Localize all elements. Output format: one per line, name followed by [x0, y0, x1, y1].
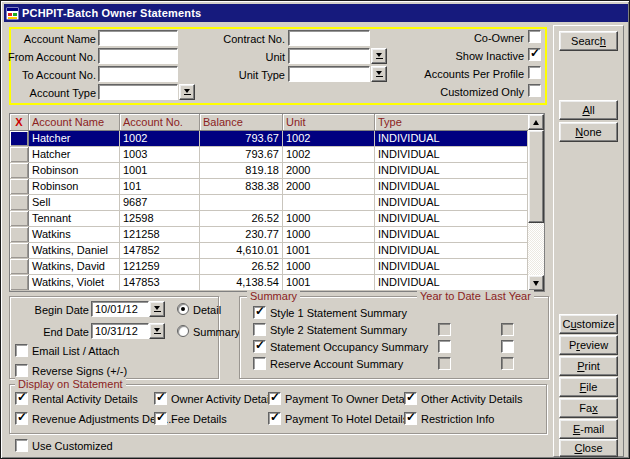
- file-button[interactable]: File: [559, 377, 618, 397]
- row-selector[interactable]: [10, 131, 29, 146]
- column-header-account-no[interactable]: Account No.: [120, 114, 200, 130]
- display-option-checkbox[interactable]: [154, 412, 167, 425]
- row-selector[interactable]: [10, 147, 29, 162]
- use-customized-label: Use Customized: [32, 440, 113, 452]
- search-button[interactable]: Search: [559, 31, 618, 51]
- unit-dropdown-button[interactable]: [371, 48, 387, 64]
- row-selector[interactable]: [10, 275, 29, 290]
- end-date-input[interactable]: 10/31/12: [91, 323, 149, 339]
- column-header-balance[interactable]: Balance: [200, 114, 283, 130]
- table-row[interactable]: Hatcher1002793.671002INDIVIDUAL: [10, 131, 544, 147]
- summary-item-checkbox[interactable]: [253, 357, 266, 370]
- grid-vertical-scrollbar[interactable]: [528, 114, 544, 291]
- display-option-checkbox[interactable]: [15, 392, 28, 405]
- table-row[interactable]: Watkins, Violet1478534,138.541001INDIVID…: [10, 275, 544, 291]
- table-row[interactable]: Watkins, David12125926.521000INDIVIDUAL: [10, 259, 544, 275]
- unit-type-dropdown-button[interactable]: [371, 66, 387, 82]
- display-option-checkbox[interactable]: [268, 392, 281, 405]
- column-header-unit[interactable]: Unit: [283, 114, 375, 130]
- co-owner-checkbox[interactable]: [528, 30, 541, 43]
- table-row[interactable]: Robinson1001819.182000INDIVIDUAL: [10, 163, 544, 179]
- display-option-checkbox[interactable]: [404, 412, 417, 425]
- row-selector[interactable]: [10, 179, 29, 194]
- cell-unit: 1002: [283, 147, 375, 162]
- column-header-x[interactable]: X: [10, 114, 29, 130]
- use-customized-checkbox[interactable]: [15, 439, 28, 452]
- row-selector[interactable]: [10, 259, 29, 274]
- scroll-down-button[interactable]: [528, 275, 544, 291]
- cell-type: INDIVIDUAL: [375, 131, 528, 146]
- summary-radio[interactable]: [177, 325, 189, 337]
- dropdown-arrow-icon: [184, 89, 190, 93]
- summary-item-checkbox[interactable]: [253, 323, 266, 336]
- show-inactive-checkbox[interactable]: [528, 48, 541, 61]
- row-selector[interactable]: [10, 163, 29, 178]
- unit-type-input[interactable]: [288, 66, 370, 82]
- reverse-signs-checkbox[interactable]: [15, 364, 28, 377]
- scrollbar-thumb[interactable]: [528, 130, 544, 223]
- table-row[interactable]: Hatcher1003793.671002INDIVIDUAL: [10, 147, 544, 163]
- cell-type: INDIVIDUAL: [375, 163, 528, 178]
- grid-header-row: X Account Name Account No. Balance Unit …: [10, 114, 544, 131]
- year-to-date-checkbox[interactable]: [438, 340, 451, 353]
- table-row[interactable]: Robinson101838.382000INDIVIDUAL: [10, 179, 544, 195]
- cell-balance: 230.77: [200, 227, 283, 242]
- row-selector[interactable]: [10, 211, 29, 226]
- accounts-per-profile-checkbox[interactable]: [528, 66, 541, 79]
- dropdown-arrow-icon: [154, 306, 160, 310]
- title-bar[interactable]: PCHPIT-Batch Owner Statements: [4, 4, 628, 22]
- column-header-account-name[interactable]: Account Name: [29, 114, 120, 130]
- detail-radio[interactable]: [177, 303, 189, 315]
- table-row[interactable]: Watkins, Daniel1478524,610.011001INDIVID…: [10, 243, 544, 259]
- begin-date-input[interactable]: 10/01/12: [91, 301, 149, 317]
- display-option-checkbox[interactable]: [268, 412, 281, 425]
- customized-only-checkbox[interactable]: [528, 84, 541, 97]
- begin-date-dropdown-button[interactable]: [149, 301, 165, 317]
- display-option-checkbox[interactable]: [15, 412, 28, 425]
- display-option-label: Payment To Hotel Details: [285, 413, 408, 425]
- preview-button[interactable]: Preview: [559, 335, 618, 355]
- row-selector[interactable]: [10, 227, 29, 242]
- customize-button[interactable]: Customize: [559, 314, 618, 334]
- display-option-checkbox[interactable]: [404, 392, 417, 405]
- end-date-dropdown-button[interactable]: [149, 323, 165, 339]
- cell-account-name: Tennant: [29, 211, 120, 226]
- table-row[interactable]: Sell9687INDIVIDUAL: [10, 195, 544, 211]
- email-list-attach-checkbox[interactable]: [15, 344, 28, 357]
- email-button[interactable]: E-mail: [559, 419, 618, 439]
- none-button[interactable]: None: [559, 122, 618, 142]
- table-row[interactable]: Watkins121258230.771000INDIVIDUAL: [10, 227, 544, 243]
- from-account-no-input[interactable]: [98, 48, 178, 64]
- summary-item-label: Reserve Account Summary: [270, 358, 403, 370]
- display-option-checkbox[interactable]: [154, 392, 167, 405]
- cell-unit: 1000: [283, 227, 375, 242]
- year-to-date-checkbox: [438, 357, 451, 370]
- fax-button[interactable]: Fax: [559, 398, 618, 418]
- row-selector[interactable]: [10, 195, 29, 210]
- all-button[interactable]: All: [559, 100, 618, 120]
- cell-unit: 2000: [283, 163, 375, 178]
- row-selector[interactable]: [10, 243, 29, 258]
- unit-input[interactable]: [288, 48, 370, 64]
- batch-owner-statements-window: PCHPIT-Batch Owner Statements Account Na…: [0, 0, 630, 459]
- print-button[interactable]: Print: [559, 356, 618, 376]
- dropdown-arrow-icon: [154, 328, 160, 332]
- close-button[interactable]: Close: [559, 439, 618, 457]
- display-option-label: Owner Activity Details: [171, 393, 277, 405]
- account-type-input[interactable]: [98, 84, 178, 100]
- account-name-input[interactable]: [98, 30, 178, 46]
- scroll-up-button[interactable]: [528, 114, 544, 130]
- cell-unit: 2000: [283, 179, 375, 194]
- begin-date-label: Begin Date: [19, 304, 89, 316]
- table-row[interactable]: Tennant1259826.521000INDIVIDUAL: [10, 211, 544, 227]
- contract-no-input[interactable]: [288, 30, 370, 46]
- summary-item-checkbox[interactable]: [253, 340, 266, 353]
- last-year-checkbox[interactable]: [501, 340, 514, 353]
- cell-type: INDIVIDUAL: [375, 147, 528, 162]
- cell-type: INDIVIDUAL: [375, 259, 528, 274]
- cell-account-name: Watkins, David: [29, 259, 120, 274]
- summary-item-checkbox[interactable]: [253, 306, 266, 319]
- account-type-dropdown-button[interactable]: [179, 84, 195, 100]
- to-account-no-input[interactable]: [98, 66, 178, 82]
- column-header-type[interactable]: Type: [375, 114, 528, 130]
